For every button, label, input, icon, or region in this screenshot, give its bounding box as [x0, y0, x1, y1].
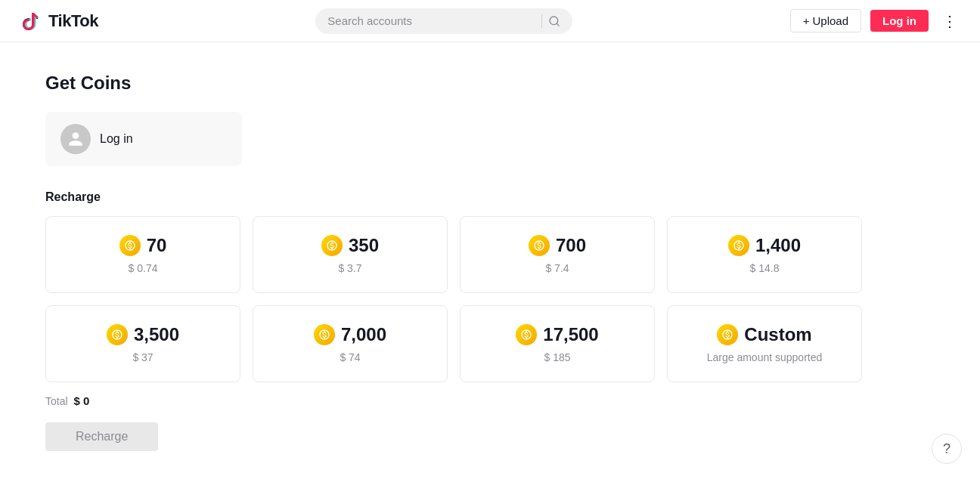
total-amount: $ 0 [74, 394, 90, 407]
coin-price: $ 37 [132, 351, 153, 363]
total-row: Total $ 0 [45, 394, 862, 407]
coin-card[interactable]: 7,000$ 74 [253, 305, 448, 382]
coin-icon [516, 324, 537, 345]
coin-amount-row: 350 [321, 235, 379, 256]
coin-number: 350 [349, 235, 379, 256]
coin-price: $ 185 [544, 351, 570, 363]
search-divider [541, 14, 542, 28]
coin-custom-label: Large amount supported [707, 351, 823, 363]
coin-price: $ 7.4 [545, 262, 569, 274]
coin-card[interactable]: 350$ 3.7 [253, 216, 448, 293]
coin-number: Custom [744, 324, 811, 345]
coin-number: 7,000 [341, 324, 386, 345]
coin-icon [728, 235, 749, 256]
coin-price: $ 0.74 [129, 262, 158, 274]
tiktok-logo-icon [18, 9, 42, 33]
more-icon: ⋮ [942, 12, 957, 30]
coin-icon [321, 235, 343, 256]
coin-number: 17,500 [543, 324, 598, 345]
plus-icon: + [803, 14, 810, 27]
coin-icon [529, 235, 550, 256]
search-icon [548, 14, 560, 28]
coin-number: 70 [147, 235, 167, 256]
coin-amount-row: 70 [119, 235, 167, 256]
coin-icon [119, 235, 141, 256]
search-bar[interactable] [315, 8, 572, 34]
coin-card[interactable]: 17,500$ 185 [460, 305, 655, 382]
coin-number: 700 [556, 235, 586, 256]
coin-price: $ 74 [340, 351, 360, 363]
header-actions: + Upload Log in ⋮ [790, 9, 962, 33]
recharge-section-label: Recharge [45, 190, 862, 204]
coin-price: $ 14.8 [750, 262, 780, 274]
coin-card[interactable]: 70$ 0.74 [45, 216, 240, 293]
coin-icon [107, 324, 128, 345]
page-title: Get Coins [45, 73, 862, 94]
logo[interactable]: TikTok [18, 9, 98, 33]
coin-card[interactable]: CustomLarge amount supported [667, 305, 862, 382]
coin-amount-row: 3,500 [107, 324, 179, 345]
coin-icon [717, 324, 738, 345]
coin-grid-row2: 3,500$ 377,000$ 7417,500$ 185CustomLarge… [45, 305, 862, 382]
coin-amount-row: 1,400 [728, 235, 801, 256]
coin-number: 1,400 [755, 235, 801, 256]
avatar [60, 124, 91, 154]
coin-amount-row: Custom [717, 324, 811, 345]
coin-price: $ 3.7 [338, 262, 361, 274]
header: TikTok + Upload Log in ⋮ [0, 0, 980, 42]
search-input[interactable] [327, 14, 535, 27]
svg-line-2 [557, 23, 559, 26]
user-card[interactable]: Log in [45, 112, 242, 166]
user-login-label: Log in [100, 132, 133, 146]
main-content: Get Coins Log in Recharge 70$ 0.74350$ 3… [0, 42, 907, 481]
coin-icon [314, 324, 335, 345]
coin-grid-row1: 70$ 0.74350$ 3.7700$ 7.41,400$ 14.8 [45, 216, 862, 293]
login-button[interactable]: Log in [870, 10, 929, 32]
coin-card[interactable]: 1,400$ 14.8 [667, 216, 862, 293]
upload-button[interactable]: + Upload [790, 9, 861, 32]
avatar-icon [67, 131, 84, 147]
coin-amount-row: 7,000 [314, 324, 386, 345]
recharge-button[interactable]: Recharge [45, 422, 158, 451]
upload-label: Upload [812, 14, 848, 27]
coin-amount-row: 17,500 [516, 324, 598, 345]
coin-number: 3,500 [134, 324, 179, 345]
total-label: Total [45, 395, 68, 407]
logo-text: TikTok [48, 11, 98, 31]
coin-card[interactable]: 700$ 7.4 [460, 216, 655, 293]
coin-card[interactable]: 3,500$ 37 [45, 305, 240, 382]
more-button[interactable]: ⋮ [938, 9, 962, 33]
help-button[interactable]: ? [932, 434, 962, 464]
help-icon: ? [943, 441, 951, 457]
coin-amount-row: 700 [529, 235, 586, 256]
